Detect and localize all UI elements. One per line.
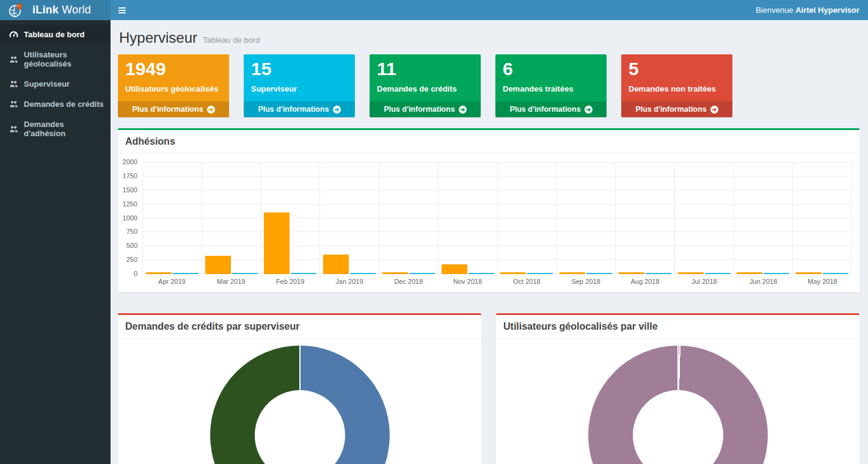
stat-cards-row: 1949 Utilisateurs géolocalisés Plus d'in… [118,54,859,117]
bar-group [320,162,379,274]
stat-label: Superviseur [251,84,348,93]
bar-group [793,162,852,274]
brand-name-bold: iLink [32,4,59,16]
more-info-link[interactable]: Plus d'informations ➔ [118,101,229,117]
users-icon [9,79,18,89]
y-tick-label: 1000 [123,214,137,222]
bar-adhesions-cyan [823,273,848,274]
adhesions-chart-title: Adhésions [118,130,859,153]
users-by-city-donut [588,346,768,464]
bar-group [142,162,202,274]
welcome-prefix: Bienvenue [756,5,793,15]
bar-adhesions-cyan [764,273,789,274]
sidebar-item-label: Tableau de bord [24,30,84,39]
sidebar-item-label: Demandes d'adhésion [24,120,106,138]
bar-group [261,162,321,274]
bar-adhesions-cyan [350,273,376,274]
hamburger-icon [119,7,126,9]
arrow-circle-right-icon: ➔ [710,106,718,114]
bar-adhesions-cyan [527,273,553,274]
welcome-username: Airtel Hypervisor [795,5,859,15]
stat-card-utilisateurs-geolocalises: 1949 Utilisateurs géolocalisés Plus d'in… [118,54,229,117]
dashboard-icon [9,30,18,39]
bar-adhesions-cyan [409,273,435,274]
arrow-circle-right-icon: ➔ [207,106,215,114]
x-tick-label: Aug 2018 [616,278,675,285]
y-tick-label: 1500 [123,186,137,194]
y-tick-label: 500 [126,242,137,249]
page-header: Hyperviseur Tableau de bord [119,29,858,46]
stat-card-demandes-non-traitees: 5 Demandes non traitées Plus d'informati… [621,54,732,117]
y-tick-label: 250 [126,256,137,263]
arrow-circle-right-icon: ➔ [333,106,341,114]
brand-name-regular: World [62,4,91,16]
sidebar-item-tableau-de-bord[interactable]: Tableau de bord [0,24,111,45]
sidebar-toggle-button[interactable] [111,0,134,20]
stat-card-superviseur: 15 Superviseur Plus d'informations ➔ [244,54,355,117]
sidebar-nav: Tableau de bord Utilisateurs géolocalisé… [0,20,111,464]
x-tick-label: Sep 2018 [556,278,616,285]
more-info-link[interactable]: Plus d'informations ➔ [244,101,355,117]
users-by-city-title: Utilisateurs géolocalisés par ville [496,315,859,338]
bar-chart-plot [142,162,852,274]
sidebar-item-utilisateurs-geolocalises[interactable]: Utilisateurs géolocalisés [0,45,111,74]
bar-adhesions-cyan [469,273,494,274]
app-logo[interactable]: $ iLink World [0,0,111,20]
y-tick-label: 1250 [123,200,137,208]
bar-adhesions-cyan [173,273,199,274]
brand-name: iLink World [32,4,91,16]
stat-label: Demandes traitées [503,84,599,93]
x-tick-label: Jul 2018 [674,278,734,285]
stat-value: 6 [503,59,599,80]
adhesions-chart-card: Adhésions 025050075010001250150017502000… [118,128,859,292]
x-tick-label: Dec 2018 [379,278,438,285]
bar-group [379,162,439,274]
welcome-message: Bienvenue Airtel Hypervisor [756,5,868,15]
users-icon [9,100,18,109]
x-tick-label: Mar 2019 [202,278,261,285]
more-info-link[interactable]: Plus d'informations ➔ [495,101,607,117]
page-title: Hyperviseur [119,29,197,46]
top-header: $ iLink World Bienvenue Airtel Hyperviso… [0,0,868,20]
y-tick-label: 0 [134,270,137,277]
y-tick-label: 2000 [123,158,137,165]
x-tick-label: May 2018 [793,278,852,285]
donut-charts-row: Demandes de crédits par superviseur Util… [118,302,859,464]
bar-group [498,162,557,274]
x-tick-label: Feb 2019 [261,278,320,285]
bar-adhesions-orange [264,212,290,274]
sidebar-item-superviseur[interactable]: Superviseur [0,74,111,94]
more-info-link[interactable]: Plus d'informations ➔ [370,101,481,117]
globe-pin-logo-icon: $ [8,2,24,18]
stat-value: 15 [251,59,348,80]
bar-adhesions-cyan [646,273,671,274]
bar-adhesions-orange [560,272,585,274]
users-by-city-card: Utilisateurs géolocalisés par ville [496,313,859,464]
bar-group [734,162,793,274]
bar-adhesions-cyan [586,273,612,274]
bar-adhesions-orange [382,272,408,274]
bar-adhesions-orange [323,255,349,274]
y-tick-label: 750 [126,228,137,235]
sidebar-item-demandes-adhesion[interactable]: Demandes d'adhésion [0,114,111,143]
bar-adhesions-cyan [705,273,731,274]
arrow-circle-right-icon: ➔ [459,106,467,114]
bar-group [556,162,616,274]
bar-adhesions-cyan [232,273,258,274]
bar-adhesions-orange [796,272,822,274]
bar-group [202,162,261,274]
x-tick-label: Apr 2019 [142,278,202,285]
stat-label: Utilisateurs géolocalisés [125,84,222,93]
credits-by-supervisor-card: Demandes de crédits par superviseur [118,313,481,464]
bar-adhesions-orange [678,272,704,274]
x-tick-label: Jun 2018 [734,278,793,285]
users-icon [9,55,18,64]
x-tick-label: Oct 2018 [497,278,556,285]
stat-label: Demandes de crédits [377,84,473,93]
bar-chart-y-axis: 025050075010001250150017502000 [122,162,142,274]
stat-value: 1949 [125,59,222,80]
bar-adhesions-orange [442,264,467,274]
more-info-link[interactable]: Plus d'informations ➔ [621,101,732,117]
stat-label: Demandes non traitées [629,84,725,93]
sidebar-item-demandes-de-credits[interactable]: Demandes de crédits [0,94,111,114]
